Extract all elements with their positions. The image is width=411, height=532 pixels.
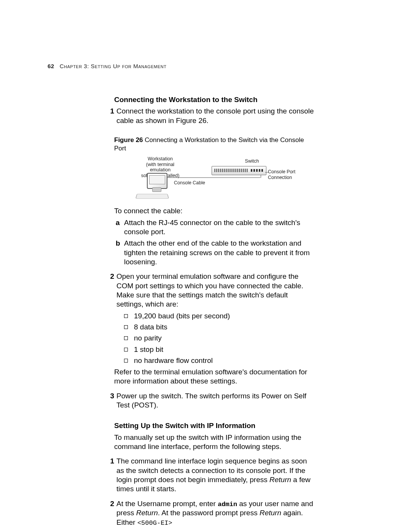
- square-bullet-icon: [124, 336, 128, 340]
- page: 62 Chapter 3: Setting Up for Management …: [0, 0, 411, 529]
- mono-bold-admin: admin: [218, 501, 237, 508]
- bullet-text: 1 stop bit: [134, 345, 163, 354]
- section-heading: Setting Up the Switch with IP Informatio…: [114, 421, 316, 430]
- square-bullet-icon: [124, 348, 128, 351]
- figure-26: Workstation (with terminal emulation sof…: [130, 156, 316, 201]
- console-cable-line: [167, 177, 260, 178]
- paragraph: To manually set up the switch with IP in…: [114, 433, 316, 452]
- figure-console-port-label: Console Port Connection: [268, 169, 295, 180]
- figure-switch-label: Switch: [241, 158, 263, 164]
- workstation-monitor-icon: [147, 173, 167, 189]
- step-number: 2: [105, 499, 116, 527]
- content-column: Connecting the Workstation to the Switch…: [114, 95, 316, 527]
- step-number: 3: [105, 391, 116, 410]
- paragraph: To connect the cable:: [114, 206, 316, 216]
- bullet-text: no hardware flow control: [134, 356, 213, 365]
- square-bullet-icon: [124, 359, 128, 363]
- fig-label-line: Connection: [268, 175, 292, 180]
- list-item: no parity: [124, 334, 316, 343]
- workstation-keyboard-icon: [135, 194, 169, 199]
- section-heading: Connecting the Workstation to the Switch: [114, 95, 316, 104]
- bullet-text: no parity: [134, 334, 162, 343]
- square-bullet-icon: [124, 325, 128, 329]
- step-text: Power up the switch. The switch performs…: [116, 391, 316, 410]
- list-item: 19,200 baud (bits per second): [124, 312, 316, 321]
- step-text: Connect the workstation to the console p…: [116, 107, 316, 125]
- paragraph: Refer to the terminal emulation software…: [114, 367, 316, 386]
- list-item: 8 data bits: [124, 323, 316, 332]
- step-3: 3 Power up the switch. The switch perfor…: [114, 391, 316, 410]
- figure-caption-text: Connecting a Workstation to the Switch v…: [114, 136, 304, 152]
- fig-label-line: Workstation: [148, 156, 173, 161]
- chapter-header: Chapter 3: Setting Up for Management: [60, 63, 167, 69]
- step-text: Open your terminal emulation software an…: [116, 272, 316, 309]
- running-head: 62 Chapter 3: Setting Up for Management: [48, 63, 350, 69]
- figure-label: Figure 26: [114, 136, 143, 144]
- step-1: 1 Connect the workstation to the console…: [114, 107, 316, 125]
- ip-step-1: 1 The command line interface login seque…: [114, 457, 316, 494]
- step-text: At the Username prompt, enter admin as y…: [116, 499, 316, 527]
- square-bullet-icon: [124, 314, 128, 318]
- italic-return: Return: [269, 476, 291, 484]
- substep-a: a Attach the RJ-45 connector on the cabl…: [124, 218, 316, 237]
- substep-text: Attach the RJ-45 connector on the cable …: [124, 218, 316, 237]
- list-item: 1 stop bit: [124, 345, 316, 354]
- switch-icon: [212, 166, 266, 175]
- alpha-marker: a: [116, 218, 124, 237]
- ip-step-2: 2 At the Username prompt, enter admin as…: [114, 499, 316, 527]
- bullet-text: 8 data bits: [134, 323, 167, 332]
- list-item: no hardware flow control: [124, 356, 316, 365]
- alpha-list: a Attach the RJ-45 connector on the cabl…: [124, 218, 316, 267]
- figure-caption: Figure 26 Connecting a Workstation to th…: [114, 136, 316, 153]
- step-number: 2: [105, 272, 116, 309]
- italic-return: Return: [136, 509, 158, 517]
- workstation-stand-icon: [152, 187, 161, 192]
- italic-return: Return: [260, 509, 281, 517]
- step-2: 2 Open your terminal emulation software …: [114, 272, 316, 309]
- bullet-list: 19,200 baud (bits per second) 8 data bit…: [124, 312, 316, 366]
- step-number: 1: [105, 107, 116, 125]
- alpha-marker: b: [116, 239, 124, 267]
- substep-text: Attach the other end of the cable to the…: [124, 239, 316, 267]
- mono-prompt: <500G-EI>: [137, 519, 172, 527]
- figure-console-cable-label: Console Cable: [174, 180, 205, 186]
- bullet-text: 19,200 baud (bits per second): [134, 312, 230, 321]
- fig-label-line: Console Port: [268, 169, 295, 174]
- step-text: The command line interface login sequenc…: [116, 457, 316, 494]
- step-number: 1: [105, 457, 116, 494]
- substep-b: b Attach the other end of the cable to t…: [124, 239, 316, 267]
- text-run: . At the password prompt press: [158, 509, 260, 517]
- text-run: At the Username prompt, enter: [116, 500, 218, 508]
- fig-label-line: (with terminal emulation: [146, 162, 174, 173]
- page-number: 62: [48, 63, 54, 69]
